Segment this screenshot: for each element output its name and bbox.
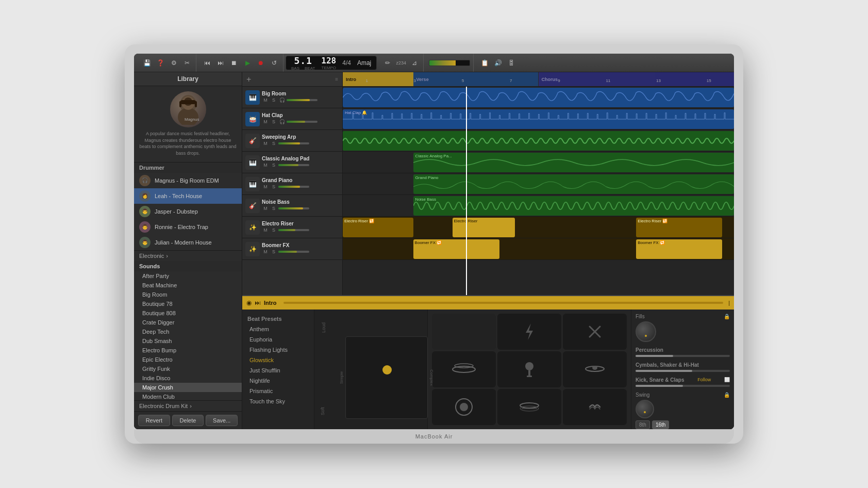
mute-icon[interactable]: M xyxy=(262,140,269,147)
boomer-fx-region-1[interactable]: Boomer FX 🔁 xyxy=(413,239,499,259)
track-list-icon[interactable]: ≡ xyxy=(335,76,338,82)
mute-icon[interactable]: M xyxy=(262,118,269,125)
delete-button[interactable]: Delete xyxy=(172,415,204,426)
preset-anthem[interactable]: Anthem xyxy=(242,324,314,334)
big-room-region[interactable] xyxy=(343,88,734,107)
preset-euphoria[interactable]: Euphoria xyxy=(242,334,314,345)
track-fader-hat-clap[interactable] xyxy=(287,121,318,123)
sound-item-electro-bump[interactable]: Electro Bump xyxy=(134,346,242,355)
sound-item-deep-tech[interactable]: Deep Tech xyxy=(134,327,242,336)
beat-xy-area[interactable] xyxy=(345,336,428,419)
play-button[interactable]: ▶ xyxy=(242,57,253,69)
add-track-icon[interactable]: + xyxy=(246,75,251,84)
save-button[interactable]: Save... xyxy=(206,415,238,426)
solo-icon[interactable]: S xyxy=(270,205,277,212)
track-fader-noise-bass[interactable] xyxy=(278,207,309,209)
preset-nightlife[interactable]: Nightlife xyxy=(242,376,314,386)
smartcontrols-icon[interactable]: 🎛 xyxy=(506,57,517,69)
preset-touch-the-sky[interactable]: Touch the Sky xyxy=(242,396,314,406)
sound-item-dub-smash[interactable]: Dub Smash xyxy=(134,336,242,346)
revert-button[interactable]: Revert xyxy=(138,415,170,426)
sound-item-big-room[interactable]: Big Room xyxy=(134,290,242,299)
classic-analog-region[interactable]: Classic Analog Pa... xyxy=(413,153,734,172)
track-fader-classic-analog[interactable] xyxy=(278,164,309,166)
save-icon[interactable]: 💾 xyxy=(141,57,153,69)
mute-icon[interactable]: M xyxy=(262,183,269,190)
pad-kick[interactable] xyxy=(432,389,496,425)
beat-pad-area[interactable]: Loud Soft Simple Complex xyxy=(314,310,428,429)
solo-icon[interactable]: S xyxy=(270,183,277,190)
solo-icon[interactable]: S xyxy=(270,226,277,234)
swing-knob[interactable] xyxy=(636,400,654,418)
preset-prismatic[interactable]: Prismatic xyxy=(242,386,314,396)
pad-clap[interactable] xyxy=(563,389,627,425)
tuner-icon[interactable]: ⊿ xyxy=(409,57,420,69)
pad-snare[interactable] xyxy=(497,389,561,425)
zoom-icon[interactable]: z234 xyxy=(395,57,407,69)
sound-item-modern-club[interactable]: Modern Club xyxy=(134,392,242,400)
sound-item-crate-digger[interactable]: Crate Digger xyxy=(134,318,242,327)
help-icon[interactable]: ❓ xyxy=(155,57,166,69)
solo-icon[interactable]: S xyxy=(270,140,277,147)
mute-icon[interactable]: M xyxy=(262,161,269,169)
loop-button[interactable]: ↺ xyxy=(269,57,280,69)
sound-item-major-crush[interactable]: Major Crush xyxy=(134,383,242,392)
cymbals-slider[interactable] xyxy=(636,370,730,372)
sound-item-beat-machine[interactable]: Beat Machine xyxy=(134,281,242,290)
pad-shaker[interactable] xyxy=(497,351,561,387)
note-8th-button[interactable]: 8th xyxy=(636,420,650,429)
note-16th-button[interactable]: 16th xyxy=(652,420,669,429)
electro-riser-region-3[interactable]: Electro Riser 🔁 xyxy=(636,218,722,237)
headphones-icon[interactable]: 🎧 xyxy=(278,96,286,104)
drummer-item-ronnie[interactable]: 👨 Ronnie - Electro Trap xyxy=(134,219,242,235)
solo-icon[interactable]: S xyxy=(270,96,277,104)
pad-hihat[interactable] xyxy=(432,351,496,387)
solo-icon[interactable]: S xyxy=(270,118,277,125)
noise-bass-region[interactable]: Noise Bass xyxy=(413,196,734,216)
preset-glowstick[interactable]: Glowstick xyxy=(242,355,314,365)
percussion-slider[interactable] xyxy=(636,355,730,357)
cut-icon[interactable]: ✂ xyxy=(181,57,193,69)
track-fader-sweeping-arp[interactable] xyxy=(278,142,309,144)
stop-button[interactable]: ⏹ xyxy=(228,57,240,69)
sound-item-boutique-808[interactable]: Boutique 808 xyxy=(134,308,242,318)
kick-slider[interactable] xyxy=(636,385,730,387)
preset-flashing-lights[interactable]: Flashing Lights xyxy=(242,345,314,355)
mute-icon[interactable]: M xyxy=(262,96,269,104)
rewind-button[interactable]: ⏮ xyxy=(202,57,213,69)
pad-cross[interactable] xyxy=(563,314,627,350)
mute-icon[interactable]: M xyxy=(262,226,269,234)
kick-follow-toggle[interactable]: ⬜ xyxy=(724,377,730,382)
solo-icon[interactable]: S xyxy=(270,248,277,255)
fastforward-button[interactable]: ⏭ xyxy=(215,57,226,69)
track-fader-electro-riser[interactable] xyxy=(278,229,309,231)
record-button[interactable]: ⏺ xyxy=(255,57,266,69)
boomer-fx-region-2[interactable]: Boomer FX 🔁 xyxy=(636,239,722,259)
track-fader-big-room[interactable] xyxy=(287,99,318,101)
drummer-item-julian[interactable]: 👨 Julian - Modern House xyxy=(134,235,242,250)
pad-empty-1[interactable] xyxy=(432,314,496,350)
electro-riser-region-1[interactable]: Electro Riser 🔁 xyxy=(343,218,413,237)
sweeping-arp-region[interactable] xyxy=(343,131,734,151)
electro-riser-region-2[interactable]: Electro Riser xyxy=(453,218,515,237)
settings-icon[interactable]: ⚙ xyxy=(168,57,179,69)
drummer-item-jasper[interactable]: 👨 Jasper - Dubstep xyxy=(134,204,242,219)
pad-cymbal[interactable] xyxy=(563,351,627,387)
sound-item-gritty-funk[interactable]: Gritty Funk xyxy=(134,364,242,373)
pad-lightning[interactable] xyxy=(497,314,561,350)
grand-piano-region[interactable]: Grand Piano xyxy=(413,174,734,194)
mute-icon[interactable]: M xyxy=(262,248,269,255)
sound-item-indie-disco[interactable]: Indie Disco xyxy=(134,373,242,383)
editor-icon[interactable]: 📋 xyxy=(479,57,490,69)
hat-clap-region[interactable]: Hat Clap 🔔 xyxy=(343,109,734,129)
preset-just-shufflin[interactable]: Just Shufflin xyxy=(242,365,314,376)
sound-item-boutique-78[interactable]: Boutique 78 xyxy=(134,299,242,308)
electronic-drum-kit-header[interactable]: Electronic Drum Kit › xyxy=(134,400,242,411)
headphones-icon[interactable]: 🎧 xyxy=(278,118,286,125)
electronic-header[interactable]: Electronic › xyxy=(134,251,242,261)
mixer-icon[interactable]: 🔊 xyxy=(492,57,504,69)
mute-icon[interactable]: M xyxy=(262,205,269,212)
pencil-icon[interactable]: ✏ xyxy=(382,57,393,69)
drummer-item-magnus[interactable]: 🎧 Magnus - Big Room EDM xyxy=(134,173,242,188)
sound-item-after-party[interactable]: After Party xyxy=(134,271,242,281)
